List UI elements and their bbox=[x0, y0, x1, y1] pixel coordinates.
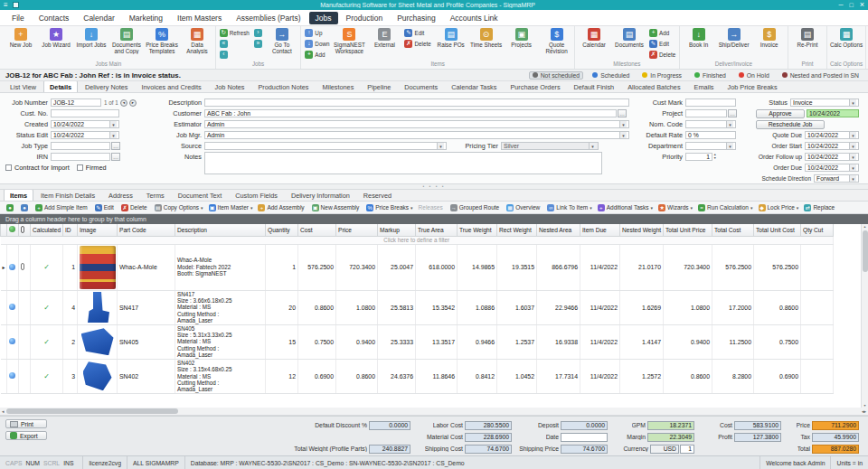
irn-browse-button[interactable] bbox=[111, 153, 120, 161]
items-toolbar-button[interactable]: + Add Assembly bbox=[255, 203, 308, 212]
department-field[interactable] bbox=[685, 142, 736, 150]
ribbon-button[interactable]: ↓ Book In bbox=[682, 27, 716, 60]
item-tab[interactable]: Delivery Information bbox=[285, 190, 356, 201]
scroll-left-icon[interactable]: ◂ bbox=[2, 408, 5, 414]
summary-value[interactable] bbox=[561, 433, 608, 442]
job-tab[interactable]: Job Notes bbox=[209, 81, 251, 92]
vertical-scrollbar[interactable]: ▴ ▾ bbox=[861, 224, 868, 408]
dropdown-arrow-icon[interactable] bbox=[109, 132, 117, 138]
customer-field[interactable]: ABC Fab : John bbox=[204, 109, 617, 117]
schedule-direction-field[interactable]: Forward bbox=[814, 174, 859, 183]
col-total-unit-price[interactable]: Total Unit Price bbox=[664, 224, 712, 236]
col-true-weight[interactable]: True Weight bbox=[458, 224, 497, 236]
created-field[interactable]: 10/24/2022 bbox=[51, 120, 119, 128]
item-tab[interactable]: Document Text bbox=[172, 190, 229, 201]
summary-value[interactable]: 127.3800 bbox=[734, 433, 781, 442]
job-type-browse-button[interactable] bbox=[111, 142, 120, 150]
col-calculated[interactable]: Calculated bbox=[31, 224, 63, 236]
ribbon-button[interactable]: ▦ Calc Options bbox=[829, 27, 863, 60]
ribbon-button[interactable]: + Add bbox=[303, 49, 331, 60]
ribbon-button[interactable]: E External bbox=[367, 27, 401, 60]
project-field[interactable] bbox=[685, 109, 727, 117]
customer-browse-button[interactable] bbox=[618, 109, 627, 117]
export-button[interactable]: Export bbox=[5, 431, 47, 440]
ribbon-button[interactable]: ✗ Delete bbox=[647, 49, 677, 60]
dropdown-arrow-icon[interactable] bbox=[849, 164, 856, 171]
col-quantity[interactable]: Quantity bbox=[266, 224, 298, 236]
irn-field[interactable] bbox=[51, 153, 110, 161]
maximize-button[interactable] bbox=[850, 2, 854, 8]
col-id[interactable]: ID bbox=[63, 224, 78, 236]
summary-value[interactable]: 711.2900 bbox=[812, 421, 859, 430]
job-tab[interactable]: Milestones bbox=[316, 81, 360, 92]
estimator-field[interactable]: Admin bbox=[204, 120, 629, 128]
job-tab[interactable]: Pipeline bbox=[361, 81, 397, 92]
ribbon-button[interactable]: ▤ Re-Print bbox=[790, 27, 825, 60]
job-tab[interactable]: Allocated Batches bbox=[621, 81, 686, 92]
scroll-down-icon[interactable]: ▾ bbox=[863, 403, 865, 408]
hamburger-icon[interactable] bbox=[4, 2, 8, 9]
table-row[interactable]: ✓ 2 SN405 SN405 Size : 5.31x3.33x0.25 Ma… bbox=[1, 324, 834, 359]
ribbon-button[interactable]: + Add bbox=[647, 27, 677, 38]
items-toolbar-button[interactable]: ★ Wizards ▾ bbox=[656, 203, 695, 212]
items-toolbar-button[interactable]: ● bbox=[4, 203, 18, 212]
job-tab[interactable]: Delivery Notes bbox=[79, 81, 134, 92]
ribbon-button[interactable]: ⊙ Time Sheets bbox=[469, 27, 504, 60]
table-row[interactable]: ✓ 3 SN402 SN402 Size : 3.15x4.68x0.25 Ma… bbox=[1, 359, 834, 393]
dropdown-arrow-icon[interactable] bbox=[849, 154, 856, 160]
summary-value[interactable]: 74.6700 bbox=[465, 445, 512, 454]
menu-item[interactable]: Jobs bbox=[309, 12, 338, 24]
status-date-field[interactable]: 10/24/2022 bbox=[807, 109, 859, 117]
menu-item[interactable]: File bbox=[5, 12, 31, 24]
cust-mark-field[interactable] bbox=[685, 98, 736, 107]
menu-item[interactable]: Assemblies (Parts) bbox=[230, 12, 307, 24]
description-field[interactable] bbox=[204, 98, 629, 107]
summary-value[interactable]: 0.0000 bbox=[561, 421, 608, 430]
summary-value[interactable]: 280.5500 bbox=[465, 421, 512, 430]
table-row[interactable]: ✓ 1 Whac-A-Mole Whac-A-Mole Model: Fabte… bbox=[1, 244, 834, 290]
minimize-button[interactable] bbox=[839, 2, 844, 8]
summary-value[interactable]: 22.3049 bbox=[647, 433, 694, 442]
summary-value[interactable]: 583.9100 bbox=[734, 421, 781, 430]
item-tab[interactable]: Reserved bbox=[357, 190, 398, 201]
order-due-field[interactable]: 10/24/2022 bbox=[805, 164, 859, 172]
ribbon-button[interactable]: ↻ Refresh bbox=[218, 27, 251, 38]
ribbon-button[interactable]: ▤ Raise POs bbox=[434, 27, 468, 60]
priority-spinner[interactable] bbox=[713, 154, 716, 160]
dropdown-arrow-icon[interactable] bbox=[726, 121, 733, 127]
ribbon-button[interactable]: ✎ Edit bbox=[647, 38, 677, 49]
ribbon-button[interactable]: ★ Job Wizard bbox=[39, 27, 73, 60]
ribbon-button[interactable]: ↓ Down bbox=[303, 38, 331, 49]
col-description[interactable]: Description bbox=[175, 224, 266, 236]
items-toolbar-button[interactable]: % Price Breaks ▾ bbox=[363, 203, 415, 212]
menu-item[interactable]: Production bbox=[340, 12, 390, 24]
firmed-checkbox[interactable] bbox=[77, 164, 83, 171]
ribbon-button[interactable]: ▦ Data Analysis bbox=[180, 27, 214, 60]
contract-for-import-checkbox[interactable] bbox=[5, 164, 12, 171]
previous-record-button[interactable] bbox=[120, 99, 127, 107]
dropdown-arrow-icon[interactable] bbox=[726, 143, 733, 149]
legend-item[interactable]: On Hold bbox=[735, 71, 773, 80]
summary-value[interactable]: 74.6700 bbox=[561, 445, 608, 454]
ribbon-button[interactable]: $ Quote Revision bbox=[540, 27, 574, 60]
print-button[interactable]: Print bbox=[5, 419, 47, 428]
col-true-area[interactable]: True Area bbox=[416, 224, 458, 236]
items-toolbar-button[interactable]: ⇄ Replace bbox=[801, 203, 839, 212]
summary-value[interactable]: 240.8827 bbox=[369, 445, 410, 454]
notes-field[interactable] bbox=[204, 152, 602, 174]
job-tab[interactable]: Documents bbox=[398, 81, 444, 92]
scope-selector[interactable]: ALL SIGMAMRP bbox=[127, 456, 185, 469]
ribbon-button[interactable]: ▦ Calendar bbox=[577, 27, 611, 60]
col-qty-cut[interactable]: Qty Cut bbox=[801, 224, 834, 236]
item-tab[interactable]: Items bbox=[4, 190, 33, 201]
summary-value[interactable]: 18.2371 bbox=[647, 421, 694, 430]
dropdown-arrow-icon[interactable] bbox=[849, 175, 856, 182]
items-toolbar-button[interactable]: ✗ Delete bbox=[118, 203, 152, 212]
status-field[interactable]: Invoice bbox=[790, 98, 859, 107]
item-tab[interactable]: Terms bbox=[140, 190, 171, 201]
next-record-button[interactable] bbox=[129, 99, 137, 107]
ribbon-button[interactable]: + New Job bbox=[4, 27, 38, 60]
dropdown-arrow-icon[interactable] bbox=[849, 143, 856, 149]
ribbon-button[interactable]: ↑ Up bbox=[303, 27, 331, 38]
ribbon-button[interactable]: % Price Breaks Templates bbox=[145, 27, 179, 60]
